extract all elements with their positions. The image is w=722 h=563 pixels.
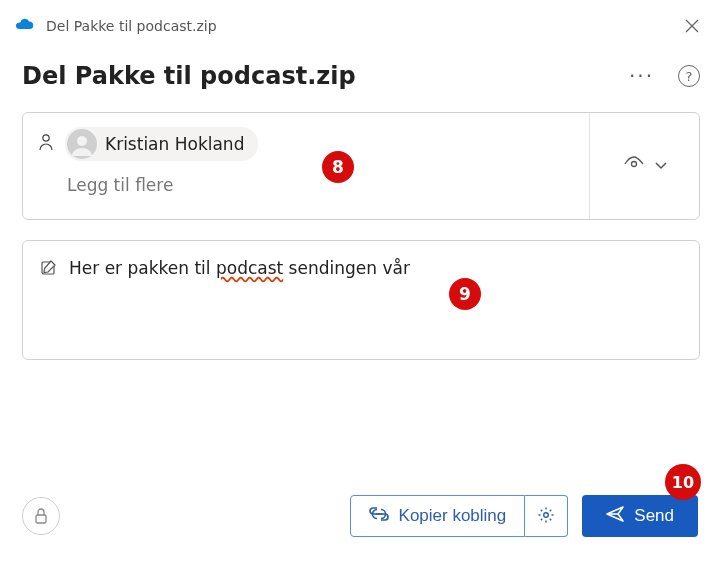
person-outline-icon <box>39 133 53 155</box>
dialog-body: Del Pakke til podcast.zip ··· ? Kristian… <box>0 52 722 382</box>
message-spellerror: podcast <box>216 258 283 278</box>
header-icons: ··· ? <box>629 64 700 88</box>
permission-dropdown[interactable] <box>589 113 699 219</box>
close-button[interactable] <box>676 10 708 42</box>
footer: Kopier kobling Send <box>0 477 722 563</box>
titlebar: Del Pakke til podcast.zip <box>0 0 722 52</box>
send-button[interactable]: Send <box>582 495 698 537</box>
recipient-box: Kristian Hokland Legg til flere <box>22 112 700 220</box>
link-icon <box>369 506 389 526</box>
recipient-input-area[interactable]: Kristian Hokland Legg til flere <box>23 113 589 219</box>
svg-point-5 <box>544 512 549 517</box>
help-icon[interactable]: ? <box>678 65 700 87</box>
can-view-icon <box>623 153 645 179</box>
recipient-row: Kristian Hokland <box>39 127 573 161</box>
message-post: sendingen vår <box>283 258 410 278</box>
chevron-down-icon <box>655 160 667 173</box>
link-settings-button[interactable] <box>525 495 568 537</box>
message-text[interactable]: Her er pakken til podcast sendingen vår <box>69 257 410 281</box>
avatar-icon <box>67 129 97 159</box>
svg-rect-4 <box>36 515 46 523</box>
header-row: Del Pakke til podcast.zip ··· ? <box>22 62 700 90</box>
gear-icon <box>537 506 555 527</box>
svg-point-3 <box>631 162 636 167</box>
message-pre: Her er pakken til <box>69 258 216 278</box>
send-icon <box>606 506 624 527</box>
svg-point-2 <box>77 136 87 146</box>
link-settings-lock-button[interactable] <box>22 497 60 535</box>
svg-point-0 <box>43 135 49 141</box>
titlebar-text: Del Pakke til podcast.zip <box>46 18 666 34</box>
more-options-icon[interactable]: ··· <box>629 64 654 88</box>
onedrive-icon <box>14 18 36 34</box>
send-label: Send <box>634 506 674 526</box>
add-more-placeholder[interactable]: Legg til flere <box>67 175 573 195</box>
message-box[interactable]: Her er pakken til podcast sendingen vår <box>22 240 700 360</box>
copy-link-button[interactable]: Kopier kobling <box>350 495 526 537</box>
recipient-chip[interactable]: Kristian Hokland <box>65 127 258 161</box>
page-title: Del Pakke til podcast.zip <box>22 62 629 90</box>
copy-link-label: Kopier kobling <box>399 506 507 526</box>
recipient-name: Kristian Hokland <box>105 134 244 154</box>
compose-icon <box>39 259 57 281</box>
copy-link-group: Kopier kobling <box>350 495 569 537</box>
